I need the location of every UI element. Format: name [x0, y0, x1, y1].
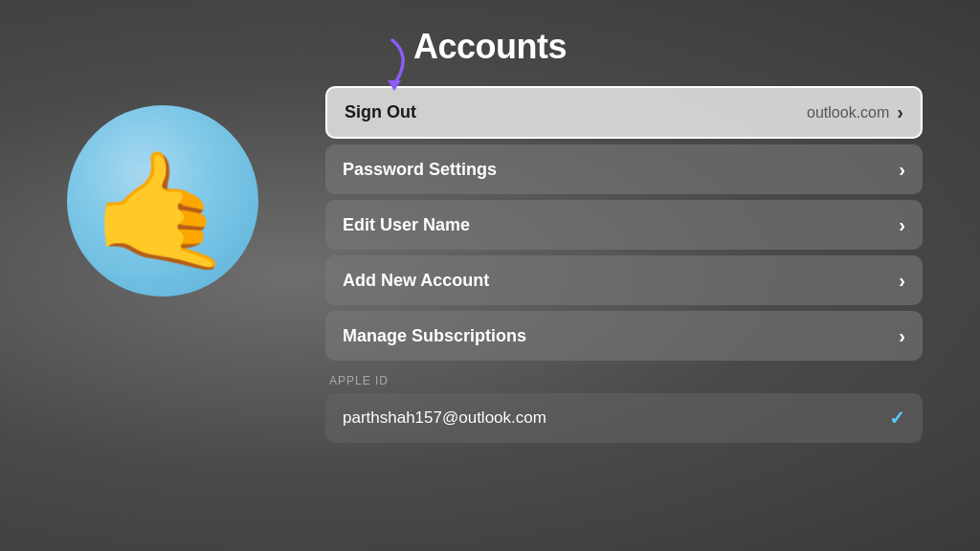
edit-user-name-label: Edit User Name: [343, 215, 470, 235]
edit-user-name-chevron: ›: [899, 214, 905, 236]
arrow-indicator: [373, 38, 412, 95]
edit-user-name-button[interactable]: Edit User Name ›: [325, 200, 923, 250]
page-title: Accounts: [413, 27, 567, 67]
apple-id-account-item[interactable]: parthshah157@outlook.com ✓: [325, 393, 923, 443]
avatar-emoji: 🤙: [91, 153, 234, 268]
main-content: 🤙 Sign Out outlook.com › Password Settin…: [0, 86, 980, 443]
manage-subscriptions-chevron: ›: [899, 325, 905, 347]
apple-id-checkmark-icon: ✓: [889, 407, 905, 430]
apple-id-email: parthshah157@outlook.com: [343, 408, 546, 428]
password-settings-button[interactable]: Password Settings ›: [325, 144, 923, 194]
manage-subscriptions-button[interactable]: Manage Subscriptions ›: [325, 311, 923, 361]
sign-out-button[interactable]: Sign Out outlook.com ›: [325, 86, 923, 139]
add-new-account-button[interactable]: Add New Account ›: [325, 255, 923, 305]
apple-id-section-label: APPLE ID: [325, 374, 923, 387]
sign-out-chevron: ›: [897, 101, 903, 123]
avatar-circle: 🤙: [67, 105, 258, 297]
arrow-icon: [373, 38, 412, 91]
right-panel: Sign Out outlook.com › Password Settings…: [325, 86, 923, 443]
accounts-page: Accounts 🤙 Sign Out outlook.com ›: [0, 0, 980, 551]
avatar-section: 🤙: [57, 105, 268, 297]
add-new-account-chevron: ›: [899, 270, 905, 292]
sign-out-label: Sign Out: [345, 102, 416, 122]
add-new-account-label: Add New Account: [343, 271, 489, 291]
sign-out-email: outlook.com: [416, 104, 889, 121]
password-settings-label: Password Settings: [343, 160, 497, 180]
svg-marker-0: [388, 80, 401, 91]
password-settings-chevron: ›: [899, 159, 905, 181]
manage-subscriptions-label: Manage Subscriptions: [343, 326, 526, 346]
apple-id-section: APPLE ID parthshah157@outlook.com ✓: [325, 374, 923, 443]
